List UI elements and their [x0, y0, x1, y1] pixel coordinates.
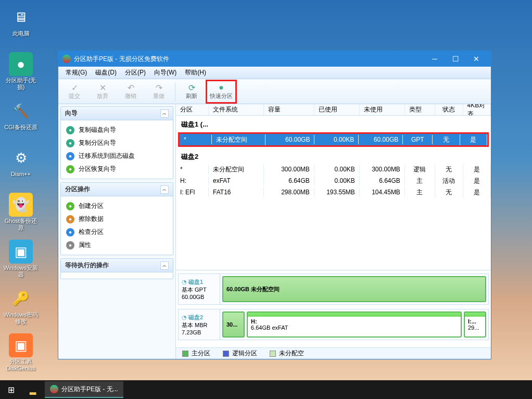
disk-header-0[interactable]: 磁盘1 (...: [176, 116, 491, 131]
column-header-3[interactable]: 已使用: [314, 104, 360, 115]
app-icon: [62, 55, 71, 63]
sidebar-item-0-2[interactable]: ●迁移系统到固态磁盘: [63, 149, 171, 163]
sidebar-item-1-1[interactable]: ●擦除数据: [63, 213, 171, 226]
desktop-icon-3[interactable]: ⚙Dism++: [3, 146, 39, 188]
app-icon: [50, 385, 58, 393]
toolbar-label: 撤销: [125, 92, 136, 100]
sidebar-item-1-0[interactable]: ●创建分区: [63, 200, 171, 213]
desktop-icon-7[interactable]: ▣分区工具DiskGenius: [3, 333, 39, 375]
bar-sub: 29...: [468, 325, 482, 331]
disk-visual-area: ◔ 磁盘1基本 GPT60.00GB60.00GB 未分配空间◔ 磁盘2基本 M…: [176, 270, 491, 347]
panel-title: 分区操作: [65, 185, 90, 194]
legend-swatch: [270, 351, 276, 357]
icon-label: 此电脑: [12, 30, 30, 37]
menu-item-1[interactable]: 磁盘(D): [91, 67, 121, 78]
panel-body: ●创建分区●擦除数据●检查分区●属性: [61, 196, 173, 255]
minimize-button[interactable]: ─: [424, 51, 445, 67]
main-content: 分区文件系统容量已使用未使用类型状态4KB对齐 磁盘1 (...*未分配空间60…: [176, 104, 491, 359]
side-item-label: 创建分区: [79, 202, 104, 210]
bar-label: 60.00GB 未分配空间: [226, 285, 482, 293]
column-header-7[interactable]: 4KB对齐: [463, 104, 491, 115]
disk-type: 基本 GPT: [182, 286, 217, 294]
legend-label: 未分配空: [279, 349, 304, 358]
partition-bar[interactable]: H:6.64GB exFAT: [247, 311, 462, 338]
sidebar: 向导︿●复制磁盘向导●复制分区向导●迁移系统到固态磁盘●分区恢复向导分区操作︿●…: [58, 104, 176, 359]
cell: exFAT: [209, 176, 264, 185]
partition-row[interactable]: H:exFAT6.64GB0.00KB6.64GB主活动是: [176, 175, 491, 186]
cell: 6.64GB: [264, 176, 314, 185]
toolbar-重做: ↷重做: [145, 81, 172, 102]
sidebar-item-0-3[interactable]: ●分区恢复向导: [63, 163, 171, 176]
toolbar-快速分区[interactable]: ●快速分区: [208, 81, 235, 102]
toolbar-刷新[interactable]: ⟳刷新: [178, 81, 205, 102]
start-button[interactable]: ⊞: [0, 380, 22, 399]
sidebar-item-1-3[interactable]: ●属性: [63, 239, 171, 252]
collapse-icon[interactable]: ︿: [160, 261, 169, 270]
legend-swatch: [223, 351, 229, 357]
column-header-5[interactable]: 类型: [405, 104, 435, 115]
legend-swatch: [182, 351, 188, 357]
file-explorer-icon[interactable]: ▂: [22, 380, 44, 399]
cell: *: [180, 135, 212, 144]
disk-visual-0: ◔ 磁盘1基本 GPT60.00GB60.00GB 未分配空间: [178, 273, 489, 305]
panel-header[interactable]: 等待执行的操作︿: [61, 259, 173, 272]
partition-row[interactable]: *未分配空间60.00GB0.00KB60.00GBGPT无是: [180, 134, 487, 145]
cell: 未分配空间: [209, 164, 264, 175]
column-header-0[interactable]: 分区: [176, 104, 209, 115]
cell: 300.00MB: [360, 165, 405, 174]
desktop-icon-2[interactable]: 🔨CGI备份还原: [3, 99, 39, 141]
side-item-icon: ●: [66, 215, 74, 223]
sidebar-item-0-1[interactable]: ●复制分区向导: [63, 136, 171, 149]
close-button[interactable]: ✕: [466, 51, 487, 67]
maximize-button[interactable]: ☐: [445, 51, 466, 67]
desktop-icon-1[interactable]: ●分区助手(无损): [3, 52, 39, 94]
collapse-icon[interactable]: ︿: [160, 185, 169, 194]
menu-bar: 常规(G)磁盘(D)分区(P)向导(W)帮助(H): [58, 67, 491, 79]
taskbar-app[interactable]: 分区助手PE版 - 无...: [45, 381, 123, 398]
cell: 是: [463, 164, 491, 175]
side-item-label: 属性: [79, 241, 91, 250]
cell: H:: [176, 176, 209, 185]
panel-header[interactable]: 向导︿: [61, 107, 173, 120]
menu-item-4[interactable]: 帮助(H): [181, 67, 210, 78]
column-header-6[interactable]: 状态: [435, 104, 463, 115]
partition-row[interactable]: *未分配空间300.00MB0.00KB300.00MB逻辑无是: [176, 164, 491, 175]
menu-item-2[interactable]: 分区(P): [121, 67, 150, 78]
collapse-icon[interactable]: ︿: [160, 109, 169, 118]
disk-info[interactable]: ◔ 磁盘1基本 GPT60.00GB: [179, 274, 220, 304]
partition-bar[interactable]: I:...29...: [464, 311, 486, 338]
menu-item-3[interactable]: 向导(W): [150, 67, 181, 78]
sidebar-panel-0: 向导︿●复制磁盘向导●复制分区向导●迁移系统到固态磁盘●分区恢复向导: [60, 106, 173, 179]
column-header-2[interactable]: 容量: [264, 104, 314, 115]
desktop-icon-0[interactable]: 🖥此电脑: [3, 5, 39, 47]
icon-label: Dism++: [11, 171, 31, 178]
side-item-icon: ●: [66, 165, 74, 173]
panel-header[interactable]: 分区操作︿: [61, 183, 173, 196]
disk-bars: 60.00GB 未分配空间: [220, 274, 488, 304]
cell: 未分配空间: [212, 134, 266, 145]
column-header-4[interactable]: 未使用: [360, 104, 405, 115]
cell: 0.00KB: [314, 135, 359, 144]
cell: FAT16: [209, 188, 264, 197]
icon-label: CGI备份还原: [4, 124, 37, 131]
sidebar-item-1-2[interactable]: ●检查分区: [63, 226, 171, 239]
menu-item-0[interactable]: 常规(G): [61, 67, 91, 78]
cell: *: [176, 165, 209, 174]
disk-info[interactable]: ◔ 磁盘2基本 MBR7.23GB: [179, 309, 220, 340]
column-header-1[interactable]: 文件系统: [209, 104, 264, 115]
disk-header-1[interactable]: 磁盘2: [176, 148, 491, 164]
desktop-icon-4[interactable]: 👻Ghost备份还原: [3, 193, 39, 234]
cell: 298.00MB: [264, 188, 314, 197]
partition-row[interactable]: I: EFIFAT16298.00MB193.55MB104.45MB主无是: [176, 186, 491, 198]
legend-item-0: 主分区: [182, 349, 210, 358]
toolbar-label: 放弃: [97, 92, 108, 100]
column-headers: 分区文件系统容量已使用未使用类型状态4KB对齐: [176, 104, 491, 116]
desktop-icon-5[interactable]: ▣Windows安装器: [3, 240, 39, 281]
title-bar[interactable]: 分区助手PE版 - 无损分区免费软件 ─ ☐ ✕: [58, 51, 491, 67]
partition-bar[interactable]: 30...: [222, 311, 245, 338]
disk-icon: ◔ 磁盘2: [182, 314, 217, 321]
desktop-icon-6[interactable]: 🔑Windows密码修改: [3, 286, 39, 328]
partition-bar[interactable]: 60.00GB 未分配空间: [222, 276, 486, 302]
icon-glyph: ●: [17, 56, 25, 72]
sidebar-item-0-0[interactable]: ●复制磁盘向导: [63, 123, 171, 136]
